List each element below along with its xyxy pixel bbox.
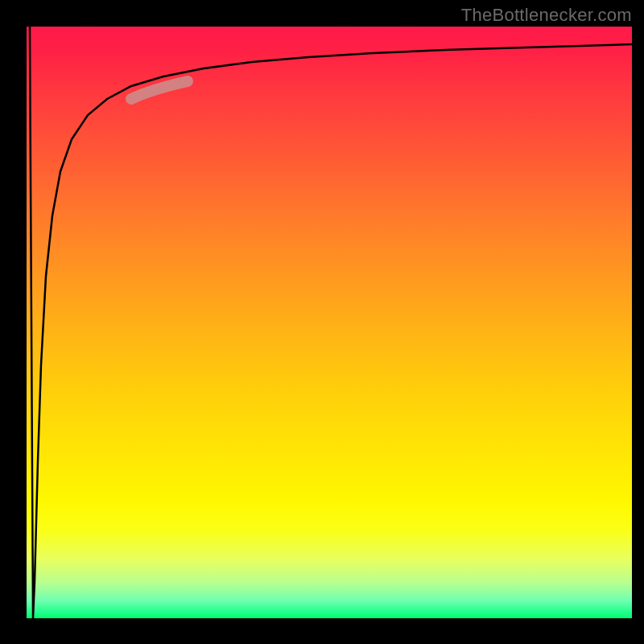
chart-svg — [27, 27, 632, 618]
main-curve — [30, 27, 632, 618]
plot-area — [27, 27, 632, 618]
attribution-text: TheBottlenecker.com — [461, 5, 632, 26]
chart-container: TheBottlenecker.com — [0, 0, 644, 644]
